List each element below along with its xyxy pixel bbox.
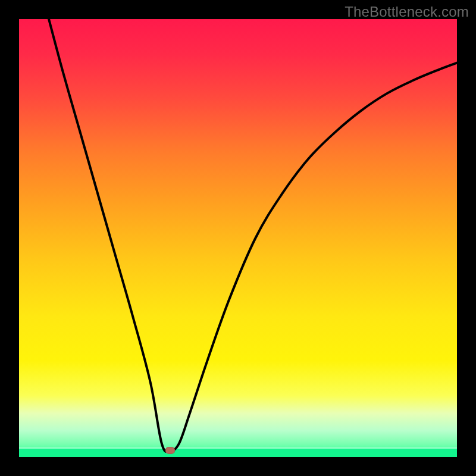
optimal-marker: [165, 447, 175, 454]
chart-frame: TheBottleneck.com: [0, 0, 476, 476]
bottleneck-curve-svg: [19, 19, 457, 457]
plot-area: [19, 19, 457, 457]
bottleneck-curve-path: [49, 19, 457, 452]
watermark-text: TheBottleneck.com: [345, 4, 469, 20]
